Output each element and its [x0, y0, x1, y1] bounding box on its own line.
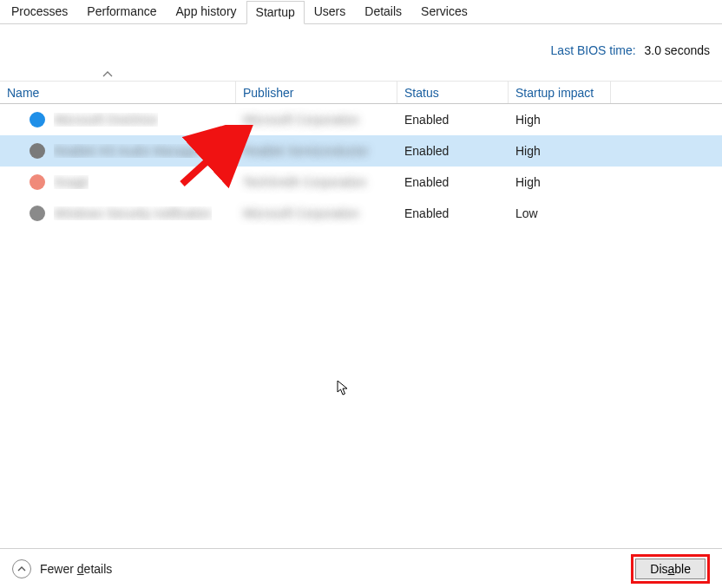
- app-publisher: Microsoft Corporation: [243, 206, 359, 220]
- bios-time-line: Last BIOS time: 3.0 seconds: [0, 24, 722, 64]
- table-row[interactable]: Microsoft OneDriveMicrosoft CorporationE…: [0, 104, 722, 135]
- tab-app-history[interactable]: App history: [167, 0, 246, 23]
- app-impact: High: [509, 175, 611, 189]
- app-name: Windows Security notification: [54, 206, 212, 220]
- sort-indicator-row: [0, 64, 722, 82]
- annotation-highlight-box: Disable: [631, 554, 710, 584]
- chevron-up-icon: [102, 66, 113, 80]
- column-startup-impact[interactable]: Startup impact: [509, 82, 611, 103]
- table-row[interactable]: Windows Security notificationMicrosoft C…: [0, 198, 722, 229]
- app-icon: [30, 143, 45, 159]
- column-name[interactable]: Name: [0, 82, 236, 103]
- app-status: Enabled: [397, 175, 509, 189]
- table-row[interactable]: Realtek HD Audio ManagerRealtek Semicond…: [0, 135, 722, 167]
- app-impact: High: [509, 144, 611, 158]
- tab-users[interactable]: Users: [305, 0, 356, 23]
- app-publisher: Microsoft Corporation: [243, 113, 359, 127]
- tab-services[interactable]: Services: [411, 0, 477, 23]
- app-name: Microsoft OneDrive: [54, 113, 158, 127]
- fewer-details-label: Fewer details: [40, 562, 112, 576]
- tab-bar: ProcessesPerformanceApp historyStartupUs…: [0, 0, 722, 24]
- column-headers: Name Publisher Status Startup impact: [0, 82, 722, 104]
- app-name: Snagit: [54, 175, 89, 189]
- app-icon: [30, 174, 45, 190]
- chevron-up-circle-icon: [12, 559, 31, 578]
- column-status[interactable]: Status: [397, 82, 509, 103]
- app-publisher: Realtek Semiconductor: [243, 144, 369, 158]
- startup-list: Microsoft OneDriveMicrosoft CorporationE…: [0, 104, 722, 548]
- app-status: Enabled: [397, 113, 509, 127]
- app-icon: [30, 112, 45, 127]
- table-row[interactable]: SnagitTechSmith CorporationEnabledHigh: [0, 167, 722, 198]
- footer-bar: Fewer details Disable: [0, 548, 722, 588]
- column-publisher[interactable]: Publisher: [236, 82, 397, 103]
- bios-time-value: 3.0 seconds: [645, 43, 711, 57]
- tab-processes[interactable]: Processes: [2, 0, 77, 23]
- fewer-details-button[interactable]: Fewer details: [12, 559, 112, 578]
- bios-time-label: Last BIOS time:: [551, 43, 636, 57]
- app-icon: [30, 206, 45, 221]
- app-impact: Low: [509, 206, 611, 220]
- app-status: Enabled: [397, 206, 509, 220]
- app-name: Realtek HD Audio Manager: [54, 144, 201, 158]
- disable-button[interactable]: Disable: [635, 559, 706, 579]
- cursor-icon: [337, 380, 351, 401]
- tab-startup[interactable]: Startup: [246, 1, 305, 24]
- tab-details[interactable]: Details: [355, 0, 411, 23]
- tab-performance[interactable]: Performance: [77, 0, 166, 23]
- app-publisher: TechSmith Corporation: [243, 175, 366, 189]
- app-status: Enabled: [397, 144, 509, 158]
- app-impact: High: [509, 113, 611, 127]
